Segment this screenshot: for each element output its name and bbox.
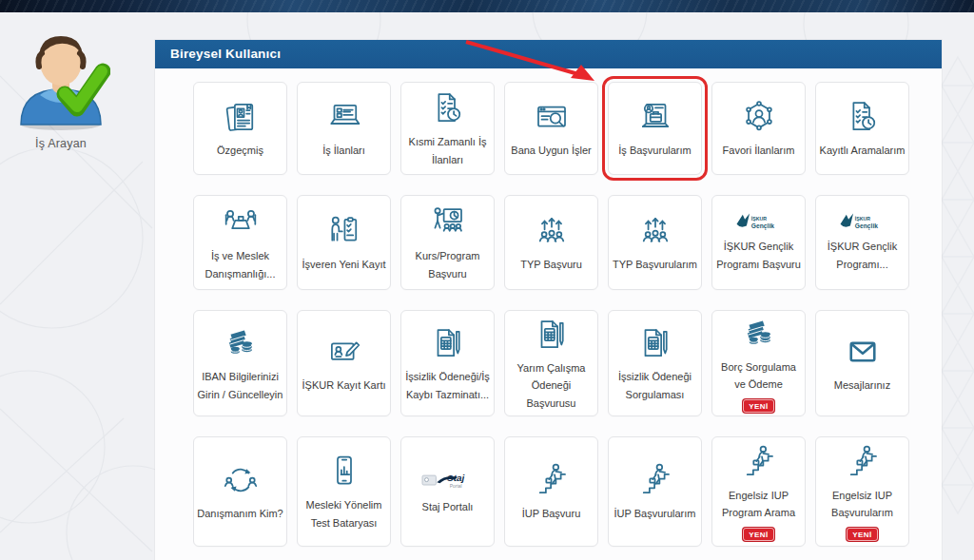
- svg-text:Portal: Portal: [449, 484, 461, 489]
- menu-tile[interactable]: Özgeçmiş: [193, 82, 287, 175]
- menu-tile-label: İşsizlik Ödeneği Sorgulaması: [612, 368, 698, 402]
- stairs-person-icon: [739, 442, 779, 482]
- doc-clock-icon: [843, 97, 883, 137]
- menu-tile-label: IBAN Bilgilerinizi Girin / Güncelleyin: [197, 368, 283, 402]
- menu-tile[interactable]: Engelsiz IUP Program AramaYENİ: [711, 436, 806, 547]
- menu-tile-grid: Özgeçmişİş İlanlarıKısmi Zamanlı İş İlan…: [193, 82, 910, 547]
- menu-tile[interactable]: İş İlanları: [297, 82, 391, 175]
- menu-tile[interactable]: İUP Başvurularım: [608, 436, 702, 547]
- menu-tile[interactable]: Engelsiz IUP BaşvurularımYENİ: [815, 436, 909, 547]
- menu-tile[interactable]: Kayıtlı Aramalarım: [815, 82, 909, 175]
- menu-tile-label: Kayıtlı Aramalarım: [820, 142, 906, 159]
- calc-doc-icon: [532, 315, 572, 355]
- menu-tile[interactable]: Kurs/Program Başvuru: [400, 195, 495, 290]
- menu-tile[interactable]: Mesajlarınız: [815, 310, 909, 416]
- menu-tile-label: İUP Başvuru: [522, 505, 581, 522]
- staj-logo-icon: StajPortal: [420, 468, 476, 493]
- group-arrows-icon: [532, 211, 572, 251]
- svg-text:İŞKUR: İŞKUR: [854, 217, 869, 222]
- menu-tile-label: Özgeçmiş: [217, 142, 263, 159]
- svg-text:Staj: Staj: [447, 472, 464, 482]
- menu-tile-label: Mesajlarınız: [834, 377, 890, 394]
- menu-tile[interactable]: İŞKURGençlikİŞKUR Gençlik Programı Başvu…: [711, 195, 806, 290]
- menu-tile-label: İŞKUR Gençlik Programı...: [819, 238, 906, 272]
- stairs-person-icon: [635, 460, 675, 500]
- menu-tile[interactable]: İşsizlik Ödeneği Sorgulaması: [608, 310, 702, 416]
- menu-tile[interactable]: Danışmanım Kim?: [193, 436, 287, 547]
- page: İş Arayan Bireysel Kullanıcı Özgeçmişİş …: [0, 0, 974, 560]
- menu-tile-label: Danışmanım Kim?: [197, 505, 282, 522]
- genclik-logo-icon: İŞKURGençlik: [732, 212, 786, 233]
- menu-tile-label: Staj Portalı: [422, 498, 474, 515]
- menu-tile[interactable]: İŞKURGençlikİŞKUR Gençlik Programı...: [815, 195, 909, 290]
- menu-tile[interactable]: StajPortalStaj Portalı: [400, 436, 495, 547]
- menu-tile[interactable]: Kısmi Zamanlı İş İlanları: [400, 82, 495, 175]
- menu-tile[interactable]: Yarım Çalışma Ödeneği Başvurusu: [504, 310, 598, 416]
- top-navy-bar: [0, 0, 974, 12]
- money-icon: [739, 314, 779, 354]
- new-badge: YENİ: [743, 399, 774, 413]
- menu-tile-label: Mesleki Yönelim Test Bataryası: [301, 496, 387, 531]
- menu-tile[interactable]: İUP Başvuru: [504, 436, 598, 547]
- menu-tile-label: İşveren Yeni Kayıt: [302, 256, 385, 273]
- svg-text:Gençlik: Gençlik: [750, 222, 773, 230]
- user-role-label: İş Arayan: [10, 137, 112, 150]
- menu-tile[interactable]: İş Başvurularım: [608, 82, 702, 175]
- menu-tile[interactable]: Mesleki Yönelim Test Bataryası: [297, 436, 391, 547]
- user-avatar-block: İş Arayan: [10, 30, 112, 150]
- bireysel-kullanici-panel: Bireysel Kullanıcı Özgeçmişİş İlanlarıKı…: [155, 40, 942, 560]
- job-seeker-avatar: [11, 30, 110, 131]
- menu-tile[interactable]: İş ve Meslek Danışmanlığı...: [193, 195, 287, 290]
- envelope-icon: [843, 332, 883, 372]
- new-badge: YENİ: [847, 528, 878, 541]
- menu-tile[interactable]: Favori İlanlarım: [711, 82, 806, 175]
- menu-tile-label: Kurs/Program Başvuru: [404, 247, 491, 281]
- menu-tile[interactable]: TYP Başvurularım: [608, 195, 702, 290]
- clipboard-person-icon: [324, 211, 364, 251]
- menu-tile-label: Borç Sorgulama ve Ödeme: [715, 358, 802, 393]
- doc-clock-icon: [428, 88, 468, 128]
- menu-tile-label: Bana Uygun İşler: [511, 142, 591, 159]
- menu-tile[interactable]: Borç Sorgulama ve ÖdemeYENİ: [711, 310, 806, 416]
- stairs-person-icon: [532, 460, 572, 500]
- money-icon: [221, 323, 261, 363]
- menu-tile-label: İŞKUR Gençlik Programı Başvuru: [715, 238, 802, 272]
- phone-chart-icon: [324, 452, 364, 492]
- network-person-icon: [739, 97, 779, 137]
- menu-tile-label: Engelsiz IUP Başvurularım: [819, 487, 906, 521]
- menu-tile[interactable]: Bana Uygun İşler: [504, 82, 598, 175]
- menu-tile[interactable]: İşveren Yeni Kayıt: [297, 195, 391, 290]
- menu-tile[interactable]: İŞKUR Kayıt Kartı: [297, 310, 391, 416]
- menu-tile-label: Favori İlanlarım: [723, 142, 795, 159]
- menu-tile-label: Kısmi Zamanlı İş İlanları: [404, 133, 491, 167]
- presentation-icon: [428, 203, 468, 242]
- menu-tile-label: İUP Başvurularım: [614, 505, 696, 522]
- menu-tile-label: Engelsiz IUP Program Arama: [715, 487, 802, 521]
- menu-tile[interactable]: IBAN Bilgilerinizi Girin / Güncelleyin: [193, 310, 287, 416]
- group-arrows-icon: [635, 211, 675, 251]
- id-card-pen-icon: [324, 332, 364, 372]
- menu-tile-label: TYP Başvurularım: [613, 256, 697, 273]
- panel-title: Bireysel Kullanıcı: [155, 40, 942, 68]
- menu-tile[interactable]: TYP Başvuru: [504, 195, 598, 290]
- laptop-briefcase-icon: [635, 97, 675, 137]
- panel-body: Özgeçmişİş İlanlarıKısmi Zamanlı İş İlan…: [155, 68, 942, 547]
- stairs-person-icon: [843, 442, 883, 482]
- browser-search-icon: [532, 97, 572, 137]
- menu-tile-label: İş ve Meslek Danışmanlığı...: [197, 247, 283, 281]
- menu-tile-label: Yarım Çalışma Ödeneği Başvurusu: [508, 359, 594, 411]
- laptop-list-icon: [324, 97, 364, 137]
- cycle-people-icon: [221, 460, 261, 500]
- calc-doc-icon: [428, 323, 468, 363]
- meeting-icon: [221, 203, 261, 242]
- calc-doc-icon: [635, 323, 675, 363]
- menu-tile[interactable]: İşsizlik Ödeneği/İş Kaybı Tazminatı...: [400, 310, 495, 416]
- new-badge: YENİ: [743, 528, 774, 541]
- menu-tile-label: İş Başvurularım: [618, 142, 691, 159]
- menu-tile-label: İş İlanları: [322, 142, 365, 159]
- menu-tile-label: İŞKUR Kayıt Kartı: [302, 377, 385, 394]
- resume-icon: [221, 97, 261, 137]
- menu-tile-label: TYP Başvuru: [520, 256, 582, 273]
- genclik-logo-icon: İŞKURGençlik: [836, 212, 889, 233]
- menu-tile-label: İşsizlik Ödeneği/İş Kaybı Tazminatı...: [404, 368, 491, 402]
